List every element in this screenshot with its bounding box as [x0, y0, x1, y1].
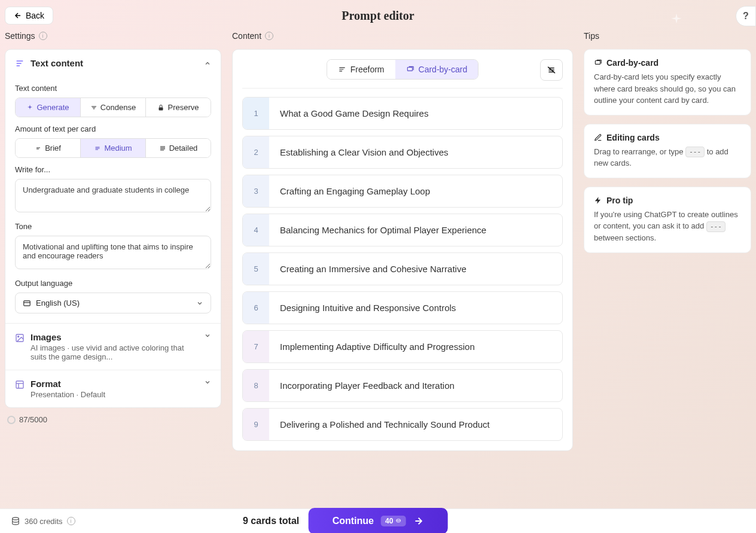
tab-card-by-card[interactable]: Card-by-card — [395, 60, 478, 79]
back-button[interactable]: Back — [5, 7, 53, 25]
card-text: Crafting an Engaging Gameplay Loop — [269, 175, 562, 207]
coin-icon — [11, 516, 20, 526]
card-item[interactable]: 1What a Good Game Design Requires — [242, 97, 563, 130]
tip-body: Drag to rearrange, or type --- to add ne… — [594, 146, 741, 169]
sparkle-icon — [26, 104, 33, 111]
svg-rect-31 — [595, 61, 600, 65]
card-number: 8 — [243, 370, 269, 401]
card-text: Establishing a Clear Vision and Objectiv… — [269, 136, 562, 168]
content-mode-tabs: Freeform Card-by-card — [327, 59, 479, 80]
card-number: 3 — [243, 175, 269, 207]
card-text: What a Good Game Design Requires — [269, 98, 562, 129]
card-item[interactable]: 9Delivering a Polished and Technically S… — [242, 408, 563, 441]
globe-icon — [23, 299, 31, 307]
tip-card: Pro tipIf you're using ChatGPT to create… — [584, 187, 751, 253]
generate-button[interactable]: Generate — [16, 98, 81, 117]
arrow-right-icon — [413, 516, 423, 526]
cards-icon — [406, 65, 414, 74]
back-label: Back — [26, 11, 44, 20]
lang-select[interactable]: English (US) — [15, 293, 211, 313]
images-section[interactable]: Images AI images · use vivid and active … — [5, 323, 221, 370]
tip-body: If you're using ChatGPT to create outlin… — [594, 209, 741, 244]
card-item[interactable]: 7Implementing Adaptive Difficulty and Pr… — [242, 330, 563, 363]
arrow-left-icon — [14, 11, 22, 20]
write-for-input[interactable] — [15, 179, 211, 212]
chevron-down-icon — [204, 332, 211, 339]
progress-ring-icon — [7, 416, 16, 424]
card-number: 2 — [243, 136, 269, 168]
chevron-up-icon — [204, 60, 211, 67]
settings-heading: Settings i — [5, 31, 221, 41]
svg-rect-26 — [407, 68, 412, 71]
collapse-icon — [547, 65, 556, 75]
text-lines-icon — [338, 65, 346, 74]
svg-point-19 — [18, 336, 19, 337]
card-item[interactable]: 2Establishing a Clear Vision and Objecti… — [242, 136, 563, 169]
continue-button[interactable]: Continue 40 — [309, 508, 448, 533]
tips-heading: Tips — [584, 31, 751, 41]
credits[interactable]: 360 credits i — [11, 516, 75, 526]
card-text: Balancing Mechanics for Optimal Player E… — [269, 214, 562, 246]
tone-input[interactable] — [15, 236, 211, 269]
format-section[interactable]: Format Presentation · Default — [5, 370, 221, 407]
cards-icon — [594, 59, 602, 67]
brief-button[interactable]: Brief — [16, 139, 81, 157]
bolt-icon — [594, 196, 602, 205]
info-icon[interactable]: i — [39, 32, 47, 40]
svg-point-33 — [397, 519, 400, 520]
svg-rect-16 — [24, 300, 31, 305]
preserve-button[interactable]: Preserve — [146, 98, 211, 117]
tip-body: Card-by-card lets you specify exactly wh… — [594, 71, 741, 106]
card-number: 5 — [243, 253, 269, 285]
condense-icon — [90, 104, 97, 111]
medium-icon — [94, 145, 101, 152]
text-action-group: Generate Condense Preserve — [15, 98, 211, 117]
section-title: Text content — [31, 58, 198, 68]
svg-rect-6 — [159, 107, 163, 110]
tip-title: Pro tip — [594, 196, 741, 205]
images-sub: AI images · use vivid and active colorin… — [31, 343, 198, 361]
condense-button[interactable]: Condense — [81, 98, 146, 117]
write-for-label: Write for... — [15, 165, 211, 174]
tip-title: Editing cards — [594, 133, 741, 142]
tip-title: Card-by-card — [594, 58, 741, 68]
card-text: Implementing Adaptive Difficulty and Pro… — [269, 331, 562, 363]
card-number: 7 — [243, 331, 269, 363]
text-content-section-header[interactable]: Text content — [5, 50, 221, 77]
svg-rect-20 — [16, 381, 23, 388]
format-title: Format — [31, 379, 198, 389]
format-sub: Presentation · Default — [31, 390, 198, 399]
card-item[interactable]: 5Creating an Immersive and Cohesive Narr… — [242, 252, 563, 285]
chevron-down-icon — [204, 379, 211, 386]
detailed-button[interactable]: Detailed — [146, 139, 211, 157]
card-item[interactable]: 8Incorporating Player Feedback and Itera… — [242, 369, 563, 402]
text-lines-icon — [15, 59, 25, 68]
tab-freeform[interactable]: Freeform — [327, 60, 395, 79]
footer: 360 credits i 9 cards total Continue 40 — [0, 508, 756, 533]
amount-label: Amount of text per card — [15, 124, 211, 133]
page-title: Prompt editor — [342, 9, 414, 23]
svg-point-32 — [13, 517, 19, 520]
medium-button[interactable]: Medium — [81, 139, 146, 157]
text-content-label: Text content — [15, 84, 211, 93]
edit-icon — [594, 133, 602, 142]
char-counter: 87/5000 — [5, 408, 221, 431]
card-item[interactable]: 3Crafting an Engaging Gameplay Loop — [242, 175, 563, 208]
kbd: --- — [706, 221, 725, 233]
tip-card: Card-by-cardCard-by-card lets you specif… — [584, 49, 751, 115]
detailed-icon — [159, 145, 166, 152]
info-icon[interactable]: i — [67, 517, 75, 525]
collapse-outline-button[interactable] — [540, 59, 563, 81]
help-label: ? — [743, 11, 749, 22]
brief-icon — [35, 145, 42, 152]
help-button[interactable]: ? — [736, 6, 756, 26]
cost-badge: 40 — [381, 516, 406, 526]
card-number: 6 — [243, 292, 269, 324]
card-number: 4 — [243, 214, 269, 246]
chevron-down-icon — [196, 300, 203, 307]
info-icon[interactable]: i — [265, 32, 273, 40]
layout-icon — [15, 380, 25, 389]
lang-value: English (US) — [36, 299, 80, 307]
card-item[interactable]: 6Designing Intuitive and Responsive Cont… — [242, 291, 563, 324]
card-item[interactable]: 4Balancing Mechanics for Optimal Player … — [242, 214, 563, 246]
